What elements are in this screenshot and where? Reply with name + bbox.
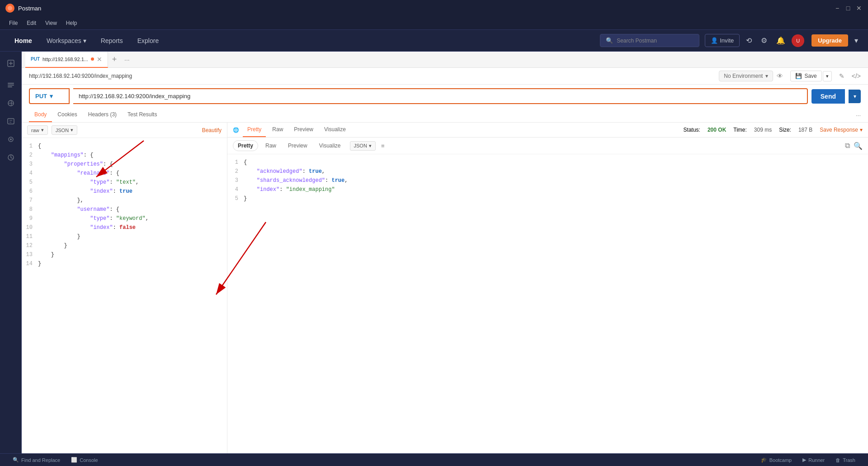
edit-icon[interactable]: ✎ xyxy=(839,72,844,80)
sync-icon[interactable]: ⟲ xyxy=(743,33,755,48)
resp-tab-preview[interactable]: Preview xyxy=(289,123,318,137)
raw-select[interactable]: raw ▾ xyxy=(27,125,48,135)
nav-workspaces[interactable]: Workspaces ▾ xyxy=(39,37,94,44)
save-button[interactable]: 💾 Save xyxy=(790,71,821,81)
resp-tab-pretty[interactable]: Pretty xyxy=(243,123,266,137)
filter-icon[interactable]: ≡ xyxy=(381,143,385,149)
upgrade-dropdown-icon[interactable]: ▾ xyxy=(852,33,861,48)
tab-body[interactable]: Body xyxy=(29,108,52,122)
trash-button[interactable]: 🗑 Trash xyxy=(830,457,861,463)
main-layout: PUT http://192.168.92.1... ✕ + ··· http:… xyxy=(0,52,868,453)
beautify-button[interactable]: Beautify xyxy=(202,127,222,133)
resp-tab-visualize[interactable]: Visualize xyxy=(320,123,350,137)
method-chevron-icon: ▾ xyxy=(50,93,53,100)
globe-icon: 🌐 xyxy=(233,127,239,133)
notification-icon[interactable]: 🔔 xyxy=(774,33,788,48)
resp-tab-raw[interactable]: Raw xyxy=(268,123,288,137)
sidebar-new-icon[interactable] xyxy=(3,55,19,71)
maximize-button[interactable]: □ xyxy=(844,5,852,12)
visualize-button[interactable]: Visualize xyxy=(315,141,345,151)
code-line: 6 "index": true xyxy=(22,187,227,196)
json-chevron-icon: ▾ xyxy=(71,127,73,133)
copy-response-icon[interactable]: ⧉ xyxy=(845,142,850,150)
tab-headers[interactable]: Headers (3) xyxy=(83,108,122,122)
code-line: 8 "username": { xyxy=(22,205,227,214)
code-line: 14 } xyxy=(22,259,227,268)
runner-button[interactable]: ▶ Runner xyxy=(797,457,830,463)
content-area: PUT http://192.168.92.1... ✕ + ··· http:… xyxy=(22,52,868,453)
save-response-button[interactable]: Save Response ▾ xyxy=(820,127,863,133)
response-actions: ⧉ 🔍 xyxy=(845,142,863,150)
sidebar-mock-icon[interactable] xyxy=(3,131,19,147)
method-select[interactable]: PUT ▾ xyxy=(29,88,70,104)
method-label: PUT xyxy=(35,93,47,100)
tab-test-results[interactable]: Test Results xyxy=(122,108,162,122)
postman-logo xyxy=(5,4,14,13)
tabs-more-button[interactable]: ··· xyxy=(121,53,133,66)
status-code: 200 OK xyxy=(708,127,726,133)
console-button[interactable]: ⬜ Console xyxy=(66,457,103,463)
eye-button[interactable]: 👁 xyxy=(777,72,783,80)
workspaces-chevron-icon: ▾ xyxy=(83,37,86,44)
code-line: 12 } xyxy=(22,241,227,250)
request-tab[interactable]: PUT http://192.168.92.1... ✕ xyxy=(25,52,108,68)
svg-rect-8 xyxy=(8,119,14,124)
save-dropdown-button[interactable]: ▾ xyxy=(823,71,832,81)
search-icon: 🔍 xyxy=(606,37,613,44)
title-bar-left: Postman xyxy=(5,4,41,13)
resp-code-line: 1 { xyxy=(227,158,868,167)
tab-close-icon[interactable]: ✕ xyxy=(97,56,102,63)
request-body-editor[interactable]: 1 { 2 "mappings": { 3 "properties": { xyxy=(22,138,227,453)
nav-actions: 👤 Invite ⟲ ⚙ 🔔 U Upgrade ▾ xyxy=(705,33,861,48)
nav-explore[interactable]: Explore xyxy=(130,37,166,44)
preview-button[interactable]: Preview xyxy=(283,141,312,151)
menu-help[interactable]: Help xyxy=(62,18,81,28)
console-icon: ⬜ xyxy=(71,457,77,463)
response-tabs: 🌐 Pretty Raw Preview Visualize Status: 2… xyxy=(227,123,868,138)
upgrade-button[interactable]: Upgrade xyxy=(811,34,848,47)
bootcamp-icon: 🎓 xyxy=(761,457,767,463)
response-body-editor: 1 { 2 "acknowledged": true, 3 "shards_ac… xyxy=(227,154,868,453)
url-input[interactable] xyxy=(73,88,808,104)
invite-button[interactable]: 👤 Invite xyxy=(705,34,740,47)
search-response-icon[interactable]: 🔍 xyxy=(854,142,863,150)
code-icon[interactable]: </> xyxy=(852,72,861,80)
settings-icon[interactable]: ⚙ xyxy=(758,33,770,48)
app-title: Postman xyxy=(18,5,41,12)
resp-json-select[interactable]: JSON ▾ xyxy=(350,141,376,151)
bootcamp-button[interactable]: 🎓 Bootcamp xyxy=(755,457,797,463)
minimize-button[interactable]: − xyxy=(834,5,841,12)
title-bar: Postman − □ ✕ xyxy=(0,0,868,16)
find-replace-button[interactable]: 🔍 Find and Replace xyxy=(7,457,66,463)
menu-file[interactable]: File xyxy=(5,18,21,28)
resp-code-line: 2 "acknowledged": true, xyxy=(227,167,868,176)
send-button[interactable]: Send xyxy=(811,89,845,104)
new-tab-button[interactable]: + xyxy=(108,53,121,66)
avatar-icon[interactable]: U xyxy=(792,34,804,47)
menu-edit[interactable]: Edit xyxy=(23,18,40,28)
svg-point-0 xyxy=(8,6,12,10)
raw-button[interactable]: Raw xyxy=(261,141,281,151)
pretty-button[interactable]: Pretty xyxy=(233,140,258,151)
status-bar: 🔍 Find and Replace ⬜ Console 🎓 Bootcamp … xyxy=(0,453,868,466)
sidebar-environments-icon[interactable] xyxy=(3,113,19,129)
nav-home[interactable]: Home xyxy=(7,37,39,44)
sidebar-collections-icon[interactable] xyxy=(3,77,19,93)
sidebar-apis-icon[interactable] xyxy=(3,95,19,111)
search-bar[interactable]: 🔍 Search Postman xyxy=(600,34,699,47)
close-button[interactable]: ✕ xyxy=(855,5,863,12)
time-label: Time: xyxy=(733,127,747,133)
sidebar xyxy=(0,52,22,453)
nav-reports[interactable]: Reports xyxy=(94,37,130,44)
raw-chevron-icon: ▾ xyxy=(41,127,44,133)
response-status: Status: 200 OK Time: 309 ms Size: 187 B … xyxy=(684,127,863,133)
menu-view[interactable]: View xyxy=(42,18,61,28)
json-select[interactable]: JSON ▾ xyxy=(52,125,77,135)
status-label: Status: xyxy=(684,127,700,133)
env-chevron-icon: ▾ xyxy=(765,73,768,79)
sidebar-history-icon[interactable] xyxy=(3,149,19,166)
env-select[interactable]: No Environment ▾ xyxy=(719,71,773,81)
tab-options-icon[interactable]: ··· xyxy=(856,112,861,119)
send-dropdown-button[interactable]: ▾ xyxy=(849,90,861,103)
tab-cookies[interactable]: Cookies xyxy=(52,108,82,122)
